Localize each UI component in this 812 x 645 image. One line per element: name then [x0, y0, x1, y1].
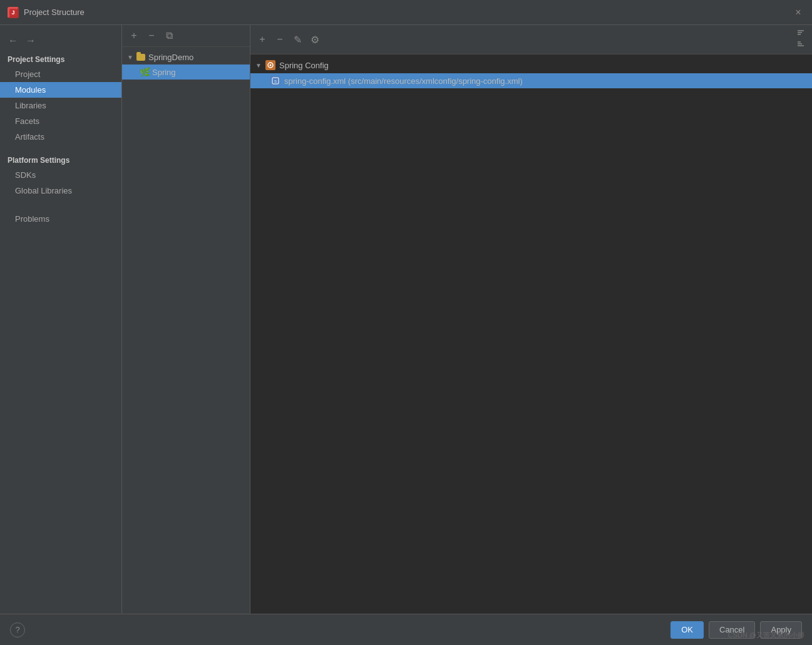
watermark-text: CSDN @又苦又累的小师 [728, 631, 804, 640]
spring-config-group-icon [265, 60, 275, 70]
sidebar: ← → Project Settings Project Modules Lib… [0, 25, 122, 614]
sort-down-button[interactable] [794, 40, 807, 50]
tree-arrow-springdemo: ▼ [127, 54, 133, 61]
tree-item-label-spring: Spring [152, 68, 176, 77]
tree-item-spring[interactable]: 🌿 Spring [122, 64, 250, 80]
nav-row: ← → [0, 30, 121, 51]
project-settings-label: Project Settings [0, 51, 121, 66]
sidebar-item-facets[interactable]: Facets [0, 113, 121, 129]
main-layout: ← → Project Settings Project Modules Lib… [0, 25, 812, 614]
spring-xml-icon: S [270, 76, 280, 86]
sidebar-item-global-libraries[interactable]: Global Libraries [0, 183, 121, 199]
content-pane: + − ✎ ⚙ [250, 25, 812, 614]
facet-group-arrow: ▼ [255, 62, 262, 69]
sidebar-item-problems[interactable]: Problems [0, 211, 121, 227]
facet-group-spring-config[interactable]: ▼ Spring Config [250, 57, 812, 73]
facet-group-label: Spring Config [279, 61, 329, 70]
tree-item-springdemo[interactable]: ▼ SpringDemo [122, 49, 250, 64]
svg-point-9 [270, 64, 272, 66]
module-toolbar: + − ⧉ [122, 25, 250, 47]
sidebar-item-project[interactable]: Project [0, 66, 121, 82]
help-button[interactable]: ? [10, 622, 25, 637]
window-title: Project Structure [24, 8, 85, 17]
forward-button[interactable]: → [24, 34, 38, 48]
app-icon: J [8, 7, 19, 18]
facet-item-spring-config-xml[interactable]: S spring-config.xml (src/main/resources/… [250, 73, 812, 88]
sidebar-item-libraries[interactable]: Libraries [0, 98, 121, 113]
copy-module-button[interactable]: ⧉ [162, 29, 176, 43]
svg-text:S: S [274, 80, 277, 83]
facet-item-label: spring-config.xml (src/main/resources/xm… [284, 76, 523, 86]
edit-facet-button[interactable]: ✎ [290, 33, 304, 46]
module-pane: + − ⧉ ▼ SpringDemo 🌿 Spring [122, 25, 250, 614]
sort-up-button[interactable] [794, 29, 807, 39]
sidebar-item-sdks[interactable]: SDKs [0, 167, 121, 183]
back-button[interactable]: ← [6, 34, 20, 48]
folder-icon [136, 52, 146, 62]
title-bar: J Project Structure × [0, 0, 812, 25]
sidebar-item-artifacts[interactable]: Artifacts [0, 129, 121, 145]
close-button[interactable]: × [792, 6, 804, 19]
add-module-button[interactable]: + [127, 29, 141, 43]
module-tree: ▼ SpringDemo 🌿 Spring [122, 47, 250, 614]
spring-leaf-icon: 🌿 [140, 67, 150, 77]
remove-module-button[interactable]: − [145, 29, 158, 43]
facet-tree: ▼ Spring Config S spring-config [250, 54, 812, 614]
ok-button[interactable]: OK [671, 621, 704, 639]
bottom-bar: ? OK Cancel Apply [0, 614, 812, 645]
svg-text:J: J [11, 9, 14, 16]
sort-controls [794, 29, 807, 50]
remove-facet-button[interactable]: − [273, 33, 287, 46]
add-facet-button[interactable]: + [255, 33, 269, 46]
sidebar-item-modules[interactable]: Modules [0, 82, 121, 98]
content-toolbar: + − ✎ ⚙ [250, 25, 812, 54]
bottom-bar-left: ? [10, 622, 25, 637]
tree-item-label-springdemo: SpringDemo [148, 53, 193, 62]
config-facet-button[interactable]: ⚙ [308, 33, 322, 46]
platform-settings-label: Platform Settings [0, 152, 121, 167]
